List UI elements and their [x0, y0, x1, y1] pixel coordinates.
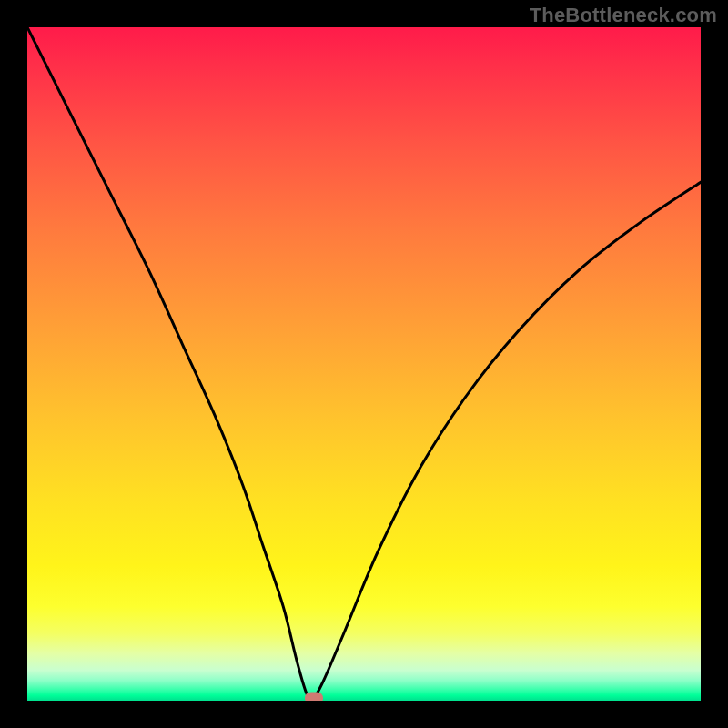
optimal-point-marker: [305, 693, 323, 701]
plot-area: [27, 27, 701, 701]
watermark-text: TheBottleneck.com: [530, 4, 717, 27]
chart-frame: TheBottleneck.com: [0, 0, 728, 728]
bottleneck-curve: [27, 27, 701, 701]
